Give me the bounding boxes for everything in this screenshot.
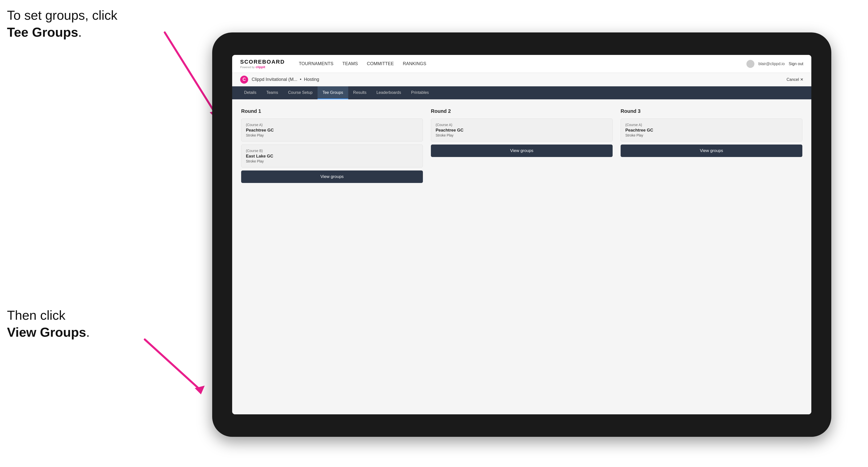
round-2-course-a-name: Peachtree GC bbox=[436, 128, 608, 133]
tabs-bar: Details Teams Course Setup Tee Groups Re… bbox=[232, 86, 811, 99]
round-3-course-a-format: Stroke Play bbox=[625, 133, 798, 137]
logo-area: SCOREBOARD Powered by clippit bbox=[240, 59, 285, 69]
tab-details[interactable]: Details bbox=[239, 86, 261, 99]
sub-header-title: Clippd Invitational (M... • Hosting bbox=[252, 77, 319, 82]
round-2-title: Round 2 bbox=[431, 108, 613, 114]
round-1-course-b-name: East Lake GC bbox=[246, 154, 418, 159]
tablet-frame: SCOREBOARD Powered by clippit TOURNAMENT… bbox=[212, 32, 831, 437]
round-2-view-groups-button[interactable]: View groups bbox=[431, 145, 613, 157]
powered-brand: clippit bbox=[256, 65, 265, 69]
tab-teams[interactable]: Teams bbox=[261, 86, 283, 99]
nav-rankings[interactable]: RANKINGS bbox=[403, 60, 426, 67]
round-1-course-a-name: Peachtree GC bbox=[246, 128, 418, 133]
round-3-title: Round 3 bbox=[621, 108, 802, 114]
sub-header: C Clippd Invitational (M... • Hosting Ca… bbox=[232, 73, 811, 86]
instruction-line1: To set groups, click bbox=[7, 8, 117, 23]
top-nav: SCOREBOARD Powered by clippit TOURNAMENT… bbox=[232, 55, 811, 73]
logo-scoreboard: SCOREBOARD bbox=[240, 59, 285, 65]
round-3-course-a-label: (Course A) bbox=[625, 123, 798, 127]
instruction-period2: . bbox=[86, 325, 90, 339]
instruction-tee-groups: Tee Groups bbox=[7, 25, 78, 39]
arrow-view-groups bbox=[95, 335, 210, 404]
round-2-course-a-label: (Course A) bbox=[436, 123, 608, 127]
tab-leaderboards[interactable]: Leaderboards bbox=[371, 86, 406, 99]
nav-tournaments[interactable]: TOURNAMENTS bbox=[299, 60, 334, 67]
rounds-grid: Round 1 (Course A) Peachtree GC Stroke P… bbox=[241, 108, 802, 183]
round-1-course-b-card: (Course B) East Lake GC Stroke Play bbox=[241, 145, 423, 167]
nav-links: TOURNAMENTS TEAMS COMMITTEE RANKINGS bbox=[299, 60, 737, 67]
round-3-section: Round 3 (Course A) Peachtree GC Stroke P… bbox=[621, 108, 802, 183]
round-1-section: Round 1 (Course A) Peachtree GC Stroke P… bbox=[241, 108, 423, 183]
round-2-course-a-format: Stroke Play bbox=[436, 133, 608, 137]
instruction-view-groups: View Groups bbox=[7, 325, 86, 339]
tab-tee-groups[interactable]: Tee Groups bbox=[317, 86, 348, 99]
round-1-course-a-format: Stroke Play bbox=[246, 133, 418, 137]
tablet-screen: SCOREBOARD Powered by clippit TOURNAMENT… bbox=[232, 55, 811, 414]
main-content: Round 1 (Course A) Peachtree GC Stroke P… bbox=[232, 99, 811, 414]
tab-results[interactable]: Results bbox=[348, 86, 371, 99]
round-3-course-a-card: (Course A) Peachtree GC Stroke Play bbox=[621, 119, 802, 142]
round-1-title: Round 1 bbox=[241, 108, 423, 114]
cancel-x: ✕ bbox=[800, 77, 803, 82]
round-3-view-groups-button[interactable]: View groups bbox=[621, 145, 802, 157]
tab-printables[interactable]: Printables bbox=[406, 86, 434, 99]
round-1-course-a-label: (Course A) bbox=[246, 123, 418, 127]
cancel-button[interactable]: Cancel ✕ bbox=[786, 77, 803, 82]
instruction-bottom: Then click View Groups. bbox=[7, 307, 90, 341]
round-2-course-a-card: (Course A) Peachtree GC Stroke Play bbox=[431, 119, 613, 142]
tab-course-setup[interactable]: Course Setup bbox=[283, 86, 317, 99]
round-3-course-a-name: Peachtree GC bbox=[625, 128, 798, 133]
sub-header-left: C Clippd Invitational (M... • Hosting bbox=[240, 75, 319, 84]
logo-powered: Powered by clippit bbox=[240, 65, 285, 69]
nav-right: blair@clippd.io Sign out bbox=[746, 60, 803, 68]
tournament-title: Clippd Invitational (M... bbox=[252, 77, 297, 82]
nav-teams[interactable]: TEAMS bbox=[342, 60, 358, 67]
instruction-period1: . bbox=[78, 25, 82, 39]
sign-out-link[interactable]: Sign out bbox=[788, 62, 803, 66]
round-1-view-groups-button[interactable]: View groups bbox=[241, 170, 423, 183]
round-1-course-b-label: (Course B) bbox=[246, 149, 418, 153]
cancel-text: Cancel bbox=[786, 77, 799, 82]
user-email: blair@clippd.io bbox=[758, 62, 785, 66]
round-1-course-b-format: Stroke Play bbox=[246, 159, 418, 163]
svg-line-2 bbox=[145, 339, 200, 390]
svg-line-0 bbox=[165, 32, 215, 112]
round-1-course-a-card: (Course A) Peachtree GC Stroke Play bbox=[241, 119, 423, 142]
hosting-label: Hosting bbox=[304, 77, 319, 82]
instruction-line3: Then click bbox=[7, 308, 65, 322]
user-avatar bbox=[746, 60, 754, 68]
sub-header-logo: C bbox=[240, 75, 248, 84]
nav-committee[interactable]: COMMITTEE bbox=[367, 60, 394, 67]
powered-by-text: Powered by bbox=[240, 66, 255, 69]
round-2-section: Round 2 (Course A) Peachtree GC Stroke P… bbox=[431, 108, 613, 183]
